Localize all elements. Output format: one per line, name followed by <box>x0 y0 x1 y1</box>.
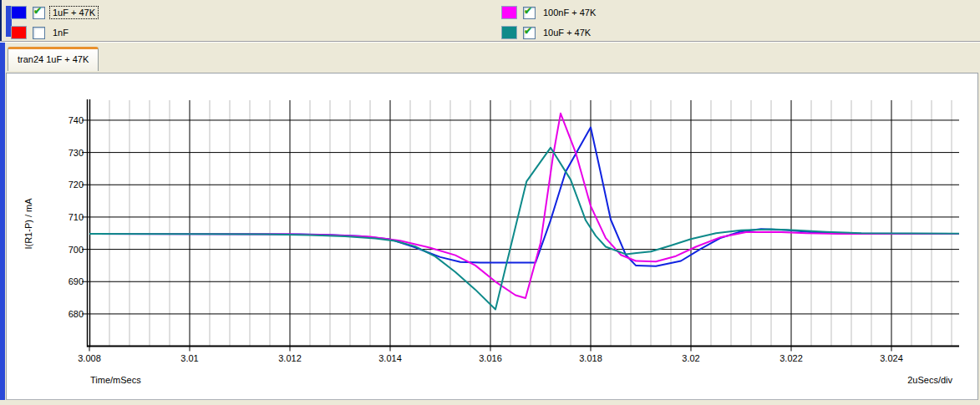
series-1uf-47k <box>89 128 959 266</box>
series-10uf-47k <box>89 148 959 310</box>
x-tick-label: 3.018 <box>579 353 602 363</box>
x-tick-label: 3.01 <box>180 353 198 363</box>
waveform-viewer-window: { "legend": { "items": [ {"label": "1uF … <box>0 0 980 405</box>
y-tick-label: 700 <box>69 245 84 255</box>
x-tick-label: 3.008 <box>78 353 101 363</box>
x-tick-label: 3.024 <box>880 353 903 363</box>
x-tick-label: 3.012 <box>278 353 302 363</box>
series-100nf-47k <box>89 114 959 298</box>
x-axis-title: Time/mSecs <box>90 375 141 385</box>
y-axis-title: I(R1-P) / mA <box>23 178 35 270</box>
waveform-plot[interactable]: 3.0083.013.0123.0143.0163.0183.023.0223.… <box>0 0 980 405</box>
x-tick-label: 3.02 <box>682 353 699 363</box>
x-tick-label: 3.016 <box>479 353 502 363</box>
y-tick-label: 740 <box>69 115 84 125</box>
x-tick-label: 3.014 <box>378 353 402 363</box>
y-tick-label: 680 <box>69 309 84 319</box>
y-tick-label: 730 <box>69 148 84 158</box>
x-scale-note: 2uSecs/div <box>859 375 952 385</box>
y-tick-label: 690 <box>69 276 84 286</box>
y-tick-label: 720 <box>69 180 84 190</box>
y-tick-label: 710 <box>69 212 84 222</box>
x-tick-label: 3.022 <box>779 353 803 363</box>
